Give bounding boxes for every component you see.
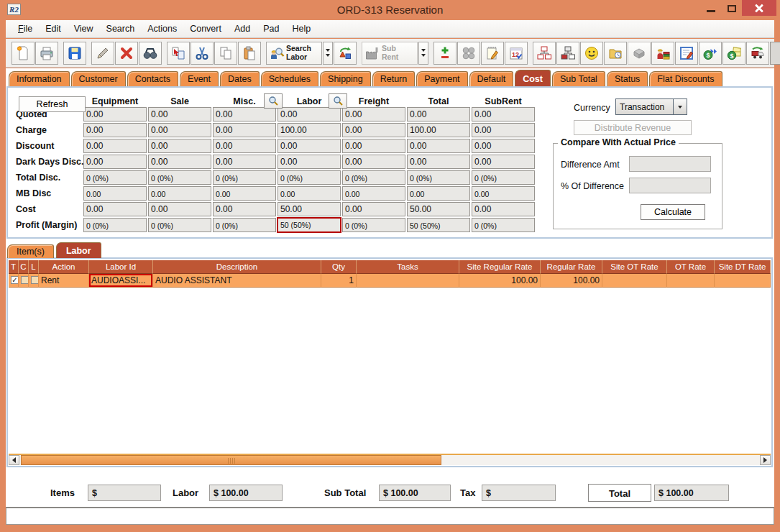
qty-cell[interactable]: 1 [321,274,357,288]
tab-cost[interactable]: Cost [515,70,551,86]
save-button[interactable] [63,42,86,65]
labor-id-cell[interactable]: AUDIOASSI... [89,274,153,288]
currency-notes-button[interactable]: $ [722,42,745,65]
labor-total-label: Labor [173,487,198,498]
menu-add[interactable]: Add [228,21,257,37]
l-checkbox[interactable] [31,276,39,284]
cost-cell-highlighted: 50 (50%) [277,217,341,233]
maximize-button[interactable] [722,0,741,17]
tab-flat-discounts[interactable]: Flat Discounts [649,71,722,86]
menu-view[interactable]: View [68,21,100,37]
tab-shipping[interactable]: Shipping [320,71,371,86]
col-header-regular-rate: Regular Rate [541,260,602,274]
delete-button[interactable] [115,42,138,65]
cost-cell: 0.00 [213,139,276,153]
distribute-revenue-button[interactable]: Distribute Revenue [574,120,692,135]
calculate-button[interactable]: Calculate [641,204,705,220]
find-button[interactable] [139,42,162,65]
edit-notes-button[interactable] [675,42,698,65]
tab-information[interactable]: Information [9,71,70,86]
minimize-button[interactable] [701,0,721,17]
copy-button[interactable] [214,42,237,65]
misc-search-button[interactable] [264,93,283,109]
hierarchy-alt-button[interactable] [556,42,579,65]
copy-to-order-button[interactable] [167,42,190,65]
tab-default[interactable]: Default [469,71,514,86]
shipping-button[interactable] [746,42,769,65]
calendar-button[interactable]: 12 [505,42,528,65]
scrollbar-thumb[interactable] [21,455,441,465]
misc-header-label: Misc. [233,96,255,106]
tab-schedules[interactable]: Schedules [261,71,318,86]
menu-help[interactable]: Help [285,21,317,37]
close-button[interactable] [742,0,776,16]
cost-cell: 0 (0%) [148,170,211,185]
tab-status[interactable]: Status [607,71,648,86]
search-labor-dropdown[interactable] [323,42,333,65]
currency-label: Currency [574,103,610,113]
scroll-left-button[interactable] [9,455,19,465]
cost-cell: 0 (0%) [407,170,470,185]
site-regular-rate-cell[interactable]: 100.00 [459,274,541,288]
tab-payment[interactable]: Payment [416,71,467,86]
sub-rent-button[interactable]: Sub Rent [362,42,418,65]
refresh-button[interactable]: Refresh [19,96,86,112]
difference-amt-field[interactable] [629,156,711,172]
site-ot-rate-cell[interactable] [602,274,667,288]
paste-button[interactable] [238,42,261,65]
horizontal-scrollbar[interactable] [9,454,771,465]
pct-difference-field[interactable] [629,178,711,193]
labor-crew-button[interactable] [651,42,674,65]
currency-select[interactable]: Transaction [615,98,687,115]
t-checkbox[interactable]: ✓ [11,276,19,284]
search-labor-button[interactable]: Search Labor [266,42,322,65]
menu-actions[interactable]: Actions [141,21,183,37]
menu-search[interactable]: Search [100,21,142,37]
labor-search-button[interactable] [329,93,347,109]
shapes-button[interactable] [334,42,357,65]
cost-cell: 0.00 [407,107,470,121]
scroll-right-button[interactable] [760,455,771,465]
c-checkbox[interactable] [21,276,29,284]
action-cell[interactable]: Rent [39,274,89,288]
grouping-button[interactable] [457,42,480,65]
cost-col-labor: Labor [277,91,341,109]
tab-items[interactable]: Item(s) [7,244,54,258]
tab-dates[interactable]: Dates [220,71,260,86]
chevron-down-icon [421,54,426,57]
menu-edit[interactable]: Edit [39,21,68,37]
combo-arrow-button[interactable] [673,99,687,114]
tab-sub-total[interactable]: Sub Total [552,71,605,86]
history-folder-button[interactable] [604,42,627,65]
menu-pad[interactable]: Pad [257,21,285,37]
print-button[interactable] [35,42,58,65]
tab-labor[interactable]: Labor [56,242,101,258]
quick-action-button[interactable] [770,42,780,65]
hierarchy-button[interactable] [533,42,556,65]
notes-button[interactable] [481,42,504,65]
cut-button[interactable] [191,42,214,65]
new-document-button[interactable] [12,42,35,65]
sub-rent-dropdown[interactable] [418,42,428,65]
description-cell[interactable]: AUDIO ASSISTANT [153,274,321,288]
menu-convert[interactable]: Convert [183,21,228,37]
tab-contacts[interactable]: Contacts [127,71,178,86]
ot-rate-cell[interactable] [667,274,715,288]
cost-cell: 0.00 [213,186,276,201]
cost-cell: 0 (0%) [277,170,341,185]
chevron-down-icon [326,54,330,57]
crew-mood-button[interactable] [580,42,603,65]
currency-transfer-button[interactable]: $ [699,42,722,65]
tab-return[interactable]: Return [372,71,416,86]
items-total-label: Items [50,487,75,498]
tab-customer[interactable]: Customer [71,71,126,86]
tasks-cell[interactable] [357,274,459,288]
package-button[interactable] [628,42,651,65]
add-remove-button[interactable] [433,42,456,65]
regular-rate-cell[interactable]: 100.00 [541,274,602,288]
edit-button[interactable] [91,42,114,65]
menu-file[interactable]: File [12,21,39,37]
cost-cell: 0.00 [148,155,211,169]
tab-event[interactable]: Event [180,71,219,86]
site-dt-rate-cell[interactable] [715,274,771,288]
